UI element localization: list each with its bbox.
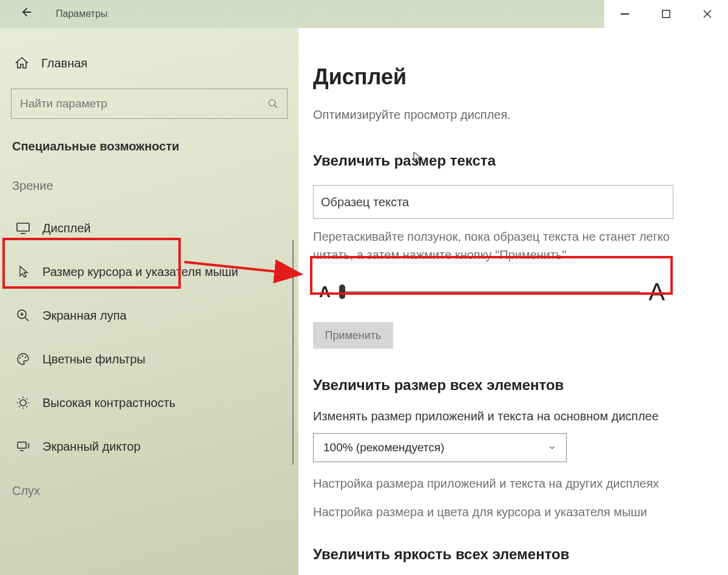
- page-title: Дисплей: [313, 64, 713, 90]
- apply-button[interactable]: Применить: [313, 322, 393, 349]
- svg-point-13: [20, 400, 26, 406]
- text-size-heading: Увеличить размер текста: [313, 152, 713, 169]
- display-icon: [15, 220, 32, 237]
- search-box[interactable]: [11, 89, 288, 119]
- sidebar-item-label: Цветные фильтры: [42, 352, 146, 366]
- scale-heading: Увеличить размер всех элементов: [313, 377, 713, 394]
- close-icon: [703, 10, 712, 18]
- magnifier-icon: [15, 307, 32, 324]
- svg-point-12: [25, 357, 26, 358]
- scale-label: Изменять размер приложений и текста на о…: [313, 409, 713, 423]
- slider-thumb[interactable]: [339, 284, 345, 299]
- sidebar-item-cursor[interactable]: Размер курсора и указателя мыши: [11, 250, 288, 294]
- maximize-icon: [662, 10, 670, 18]
- narrator-icon: [15, 438, 32, 455]
- sidebar-item-magnifier[interactable]: Экранная лупа: [11, 294, 288, 337]
- sidebar-item-display[interactable]: Дисплей: [11, 206, 288, 250]
- chevron-down-icon: [548, 443, 556, 452]
- sidebar-item-high-contrast[interactable]: Высокая контрастность: [11, 381, 288, 425]
- sidebar-group-hearing: Слух: [11, 484, 288, 498]
- slider-help-text: Перетаскивайте ползунок, пока образец те…: [313, 227, 677, 264]
- scale-dropdown-value: 100% (рекомендуется): [323, 441, 444, 454]
- svg-point-10: [19, 357, 21, 358]
- slider-track[interactable]: [339, 291, 641, 292]
- cursor-icon: [15, 263, 32, 280]
- sidebar: Главная Специальные возможности Зрение Д…: [0, 28, 298, 575]
- link-other-displays[interactable]: Настройка размера приложений и текста на…: [313, 477, 713, 491]
- sidebar-scrollbar[interactable]: [292, 240, 294, 465]
- slider-max-label: A: [649, 278, 665, 306]
- scale-dropdown[interactable]: 100% (рекомендуется): [313, 433, 567, 462]
- sidebar-item-color-filters[interactable]: Цветные фильтры: [11, 337, 288, 381]
- svg-point-2: [269, 99, 275, 106]
- titlebar: Параметры: [0, 0, 728, 28]
- home-icon: [15, 55, 32, 72]
- svg-rect-1: [662, 10, 670, 18]
- slider-min-label: A: [319, 283, 331, 301]
- back-button[interactable]: [15, 0, 39, 24]
- page-subtitle: Оптимизируйте просмотр дисплея.: [313, 108, 713, 122]
- sidebar-group-vision: Зрение: [11, 179, 288, 193]
- sidebar-item-label: Экранная лупа: [42, 309, 127, 323]
- search-icon: [268, 98, 278, 109]
- window-title: Параметры: [56, 0, 107, 28]
- sidebar-item-label: Высокая контрастность: [42, 396, 175, 410]
- sidebar-item-label: Размер курсора и указателя мыши: [42, 265, 238, 279]
- sidebar-item-home[interactable]: Главная: [11, 55, 288, 72]
- contrast-icon: [15, 394, 32, 411]
- palette-icon: [15, 351, 32, 368]
- sidebar-item-label: Экранный диктор: [42, 440, 141, 454]
- minimize-button[interactable]: [604, 0, 645, 28]
- svg-rect-0: [621, 13, 629, 15]
- svg-rect-4: [17, 223, 29, 231]
- link-cursor-settings[interactable]: Настройка размера и цвета для курсора и …: [313, 505, 713, 519]
- sample-text-box: Образец текста: [313, 185, 673, 219]
- main-panel: Дисплей Оптимизируйте просмотр дисплея. …: [298, 28, 728, 575]
- sidebar-section-title: Специальные возможности: [11, 140, 288, 153]
- svg-rect-14: [18, 442, 26, 448]
- maximize-button[interactable]: [645, 0, 687, 28]
- sample-text: Образец текста: [321, 195, 409, 209]
- sidebar-item-narrator[interactable]: Экранный диктор: [11, 425, 288, 468]
- close-button[interactable]: [687, 0, 728, 28]
- svg-point-11: [22, 355, 23, 357]
- back-arrow-icon: [20, 5, 33, 19]
- sidebar-home-label: Главная: [41, 56, 87, 70]
- search-input[interactable]: [20, 97, 268, 110]
- sidebar-item-label: Дисплей: [42, 221, 91, 235]
- brightness-heading: Увеличить яркость всех элементов: [313, 546, 713, 563]
- svg-line-3: [274, 105, 277, 108]
- text-size-slider[interactable]: A A: [313, 272, 671, 311]
- minimize-icon: [621, 10, 629, 18]
- svg-line-7: [25, 317, 29, 321]
- window-controls: [604, 0, 728, 28]
